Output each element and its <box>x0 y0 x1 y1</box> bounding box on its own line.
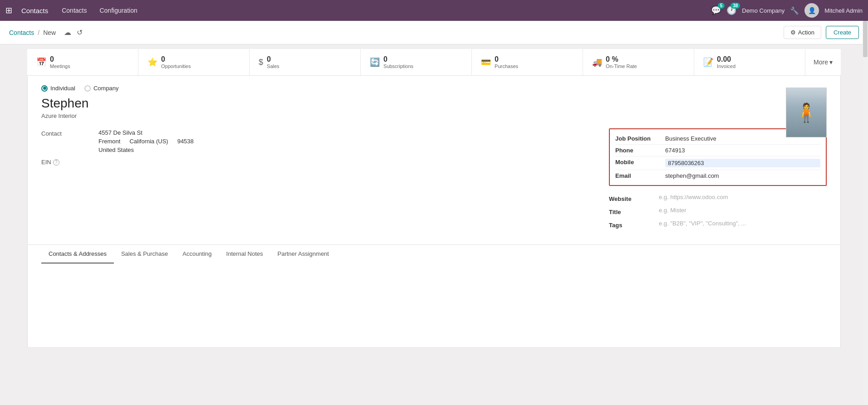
tags-label: Tags <box>609 220 659 229</box>
tags-input[interactable]: e.g. "B2B", "VIP", "Consulting", ... <box>659 220 746 229</box>
breadcrumb-bar: Contacts / New ☁ ↺ ⚙ Action Create <box>0 21 868 44</box>
messages-badge: 5 <box>718 3 725 9</box>
activities-badge: 38 <box>731 3 740 9</box>
email-value[interactable]: stephen@gmail.com <box>665 172 820 179</box>
address-street[interactable]: 4557 De Silva St <box>96 128 196 137</box>
address-city[interactable]: Fremont <box>98 138 120 145</box>
purchases-count: 0 <box>495 55 518 63</box>
ein-row: EIN ? <box>41 159 591 166</box>
discard-icon[interactable]: ↺ <box>76 27 83 38</box>
contact-company-name[interactable]: Azure Interior <box>41 112 827 119</box>
more-stats-button[interactable]: More ▾ <box>805 49 841 75</box>
ontime-label: On-Time Rate <box>606 63 637 69</box>
address-country[interactable]: United States <box>96 146 196 154</box>
settings-icon[interactable]: 🔧 <box>790 6 799 15</box>
nav-configuration[interactable]: Configuration <box>93 0 143 21</box>
action-label: Action <box>798 29 814 36</box>
avatar-image: 🧍 <box>786 88 826 137</box>
star-icon: ⭐ <box>147 57 157 67</box>
breadcrumb-actions: ⚙ Action Create <box>784 26 859 39</box>
top-nav: Contacts Configuration <box>55 0 144 21</box>
tab-sales-purchase[interactable]: Sales & Purchase <box>114 245 175 263</box>
tab-partner-assignment[interactable]: Partner Assignment <box>270 245 336 263</box>
address-row: Contact 4557 De Silva St Fremont Califor… <box>41 128 591 154</box>
topbar-right: 💬 5 🕐 38 Demo Company 🔧 👤 Mitchell Admin <box>711 3 863 18</box>
contact-name[interactable]: Stephen <box>41 96 827 111</box>
address-value: 4557 De Silva St Fremont California (US)… <box>96 128 196 154</box>
meetings-count: 0 <box>50 55 70 63</box>
website-label: Website <box>609 194 659 202</box>
app-name: Contacts <box>21 7 48 15</box>
refresh-icon: 🔄 <box>370 57 380 67</box>
company-name: Demo Company <box>742 7 785 14</box>
contact-avatar[interactable]: 🧍 <box>786 88 827 137</box>
nav-contacts[interactable]: Contacts <box>55 0 93 21</box>
ontime-count: 0 % <box>606 55 637 63</box>
dollar-icon: $ <box>259 58 263 67</box>
form-left: Contact 4557 De Silva St Fremont Califor… <box>41 128 591 231</box>
invoiced-label: Invoiced <box>717 63 736 69</box>
create-button[interactable]: Create <box>826 26 859 39</box>
user-avatar[interactable]: 👤 <box>804 3 819 18</box>
phone-row: Phone 674913 <box>615 145 820 156</box>
stat-ontime[interactable]: 🚚 0 % On-Time Rate <box>583 49 694 75</box>
form-body: Contact 4557 De Silva St Fremont Califor… <box>41 128 827 231</box>
opportunities-count: 0 <box>161 55 191 63</box>
address-state[interactable]: California (US) <box>129 138 168 145</box>
opportunities-label: Opportunities <box>161 63 191 69</box>
messages-icon-wrapper[interactable]: 💬 5 <box>711 5 721 15</box>
save-cloud-icon[interactable]: ☁ <box>63 27 72 38</box>
avatar-label: 👤 <box>808 7 816 14</box>
stat-purchases[interactable]: 💳 0 Purchases <box>472 49 583 75</box>
address-city-line: Fremont California (US) 94538 <box>96 137 196 146</box>
subscriptions-count: 0 <box>383 55 413 63</box>
scrollbar[interactable] <box>863 21 868 348</box>
mobile-label: Mobile <box>615 159 665 167</box>
stat-subscriptions[interactable]: 🔄 0 Subscriptions <box>361 49 472 75</box>
title-input[interactable]: e.g. Mister <box>659 207 687 215</box>
breadcrumb-parent[interactable]: Contacts <box>9 29 34 36</box>
job-position-label: Job Position <box>615 135 665 142</box>
phone-value[interactable]: 674913 <box>665 147 820 154</box>
sales-count: 0 <box>267 55 280 63</box>
tab-contacts-addresses[interactable]: Contacts & Addresses <box>41 245 114 263</box>
tab-accounting[interactable]: Accounting <box>175 245 219 263</box>
stat-invoiced[interactable]: 📝 0.00 Invoiced <box>694 49 805 75</box>
gear-icon: ⚙ <box>790 29 796 36</box>
company-label: Company <box>93 85 119 92</box>
individual-radio[interactable]: Individual <box>41 85 75 92</box>
user-name: Mitchell Admin <box>824 7 863 14</box>
calendar-icon: 📅 <box>36 57 46 67</box>
action-button[interactable]: ⚙ Action <box>784 26 821 39</box>
breadcrumb-current: New <box>43 29 56 36</box>
chevron-down-icon: ▾ <box>829 59 833 66</box>
stat-sales[interactable]: $ 0 Sales <box>250 49 361 75</box>
ein-help-icon[interactable]: ? <box>53 159 59 166</box>
tabs-bar: Contacts & Addresses Sales & Purchase Ac… <box>28 244 840 263</box>
website-input[interactable]: e.g. https://www.odoo.com <box>659 194 728 202</box>
main-content: Individual Company Stephen Azure Interio… <box>27 76 841 348</box>
stat-opportunities[interactable]: ⭐ 0 Opportunities <box>138 49 250 75</box>
sales-label: Sales <box>267 63 280 69</box>
stats-bar: 📅 0 Meetings ⭐ 0 Opportunities $ 0 Sales… <box>27 49 841 76</box>
activities-icon-wrapper[interactable]: 🕐 38 <box>726 5 736 15</box>
website-row: Website e.g. https://www.odoo.com <box>609 191 827 205</box>
stat-meetings[interactable]: 📅 0 Meetings <box>27 49 138 75</box>
subscriptions-label: Subscriptions <box>383 63 413 69</box>
company-radio[interactable]: Company <box>84 85 119 92</box>
mobile-value[interactable]: 87958036263 <box>665 159 820 167</box>
meetings-label: Meetings <box>50 63 70 69</box>
card-icon: 💳 <box>481 57 491 67</box>
scrollbar-thumb[interactable] <box>863 21 868 57</box>
individual-radio-circle <box>41 85 48 92</box>
contact-type-row: Individual Company <box>41 85 827 92</box>
purchases-label: Purchases <box>495 63 518 69</box>
individual-label: Individual <box>50 85 75 92</box>
address-zip[interactable]: 94538 <box>177 138 194 145</box>
tab-internal-notes[interactable]: Internal Notes <box>219 245 270 263</box>
address-label: Contact <box>41 128 96 154</box>
grid-icon[interactable]: ⊞ <box>5 5 12 15</box>
breadcrumb-separator: / <box>38 29 39 36</box>
truck-icon: 🚚 <box>592 57 602 67</box>
more-label: More <box>814 59 828 66</box>
